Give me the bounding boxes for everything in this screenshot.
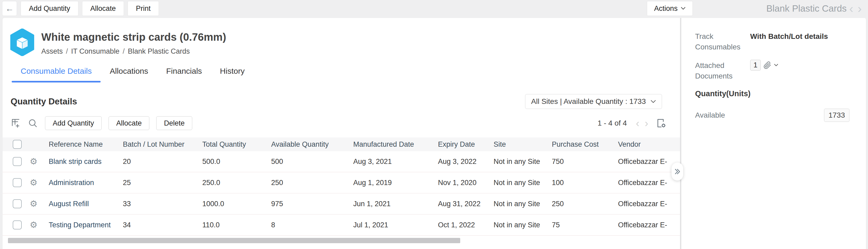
- cell-site: Not in any Site: [490, 221, 549, 229]
- add-quantity-button[interactable]: Add Quantity: [21, 1, 79, 16]
- print-button[interactable]: Print: [128, 1, 159, 16]
- entity-titles: White magnetic strip cards (0.76mm) Asse…: [41, 29, 226, 56]
- allocate-button[interactable]: Allocate: [82, 1, 124, 16]
- select-all-cell: [3, 140, 27, 149]
- back-arrow-icon: ←: [5, 4, 14, 13]
- col-header-manufactured-date[interactable]: Manufactured Date: [350, 140, 435, 148]
- reference-name-link[interactable]: Blank strip cards: [45, 157, 120, 166]
- col-header-available-quantity[interactable]: Available Quantity: [268, 140, 350, 148]
- tab-history[interactable]: History: [211, 63, 254, 82]
- cell-site: Not in any Site: [490, 179, 549, 187]
- list-allocate-button[interactable]: Allocate: [108, 116, 149, 130]
- add-column-button[interactable]: [10, 118, 21, 128]
- cell-expiry-date: Aug 31, 2022: [435, 200, 490, 208]
- table-add-icon: [10, 118, 21, 128]
- cell-manufactured-date: Jun 1, 2021: [350, 200, 435, 208]
- quantity-section-head: Quantity Details All Sites | Available Q…: [10, 94, 680, 109]
- cell-available-quantity: 500: [268, 157, 350, 166]
- cell-total-quantity: 1000.0: [199, 200, 268, 208]
- reference-name-link[interactable]: Administration: [45, 179, 120, 187]
- column-chooser-button[interactable]: [656, 118, 666, 128]
- breadcrumb-item-it-consumable[interactable]: IT Consumable: [71, 47, 120, 55]
- previous-record-icon[interactable]: ‹: [847, 2, 855, 14]
- row-checkbox[interactable]: [13, 157, 22, 166]
- quantity-units-heading: Quantity(Units): [695, 90, 866, 98]
- cell-batch-lot-number: 34: [120, 221, 199, 229]
- attached-documents-count: 1: [750, 60, 761, 71]
- cell-site: Not in any Site: [490, 157, 549, 166]
- back-button[interactable]: ←: [2, 1, 17, 16]
- col-header-purchase-cost[interactable]: Purchase Cost: [549, 140, 615, 148]
- table-row: ⚙August Refill331000.0975Jun 1, 2021Aug …: [3, 193, 680, 215]
- cell-vendor: Officebazzar E-: [615, 200, 680, 208]
- gear-icon[interactable]: ⚙: [30, 199, 38, 209]
- reference-name-link[interactable]: August Refill: [45, 200, 120, 208]
- record-nav: Blank Plastic Cards ‹ ›: [766, 2, 863, 14]
- list-add-quantity-button[interactable]: Add Quantity: [45, 116, 102, 130]
- attached-documents-row: Attached Documents 1: [695, 60, 866, 81]
- pagination-count: 1 - 4 of 4: [598, 119, 627, 128]
- track-consumables-label: Track Consumables: [695, 31, 750, 52]
- search-button[interactable]: [28, 118, 38, 128]
- site-filter-dropdown[interactable]: All Sites | Available Quantity : 1733: [525, 94, 662, 109]
- list-delete-button[interactable]: Delete: [156, 116, 192, 130]
- list-toolbar: Add QuantityAllocateDelete 1 - 4 of 4 ‹ …: [10, 116, 680, 130]
- tab-bar: Consumable DetailsAllocationsFinancialsH…: [12, 63, 680, 82]
- col-header-expiry-date[interactable]: Expiry Date: [435, 140, 490, 148]
- row-checkbox-cell: [3, 178, 27, 187]
- col-header-batch-lot-number[interactable]: Batch / Lot Number: [120, 140, 199, 148]
- next-page-icon[interactable]: ›: [642, 118, 651, 129]
- double-chevron-right-icon: [674, 168, 681, 175]
- content-area: White magnetic strip cards (0.76mm) Asse…: [3, 18, 866, 249]
- breadcrumb-item-assets[interactable]: Assets: [41, 47, 63, 55]
- row-gear-cell: ⚙: [27, 157, 45, 166]
- attached-documents-group: 1: [750, 60, 778, 71]
- record-title: Blank Plastic Cards: [766, 3, 846, 14]
- breadcrumb: Assets/IT Consumable/Blank Plastic Cards: [41, 47, 226, 56]
- previous-page-icon[interactable]: ‹: [633, 118, 642, 129]
- reference-name-link[interactable]: Testing Department: [45, 221, 120, 229]
- table-row: ⚙Testing Department34110.08Jul 1, 2021Oc…: [3, 215, 680, 236]
- cell-total-quantity: 250.0: [199, 179, 268, 187]
- actions-button[interactable]: Actions: [647, 1, 693, 16]
- row-checkbox[interactable]: [13, 178, 22, 187]
- col-header-total-quantity[interactable]: Total Quantity: [199, 140, 268, 148]
- available-label: Available: [695, 110, 750, 120]
- chevron-down-icon[interactable]: [774, 64, 778, 67]
- row-checkbox[interactable]: [13, 199, 22, 208]
- row-checkbox-cell: [3, 157, 27, 166]
- tab-allocations[interactable]: Allocations: [101, 63, 157, 82]
- breadcrumb-item-blank-plastic-cards[interactable]: Blank Plastic Cards: [128, 47, 190, 55]
- chevron-down-icon: [681, 7, 686, 10]
- main-card: White magnetic strip cards (0.76mm) Asse…: [3, 18, 680, 249]
- cell-purchase-cost: 750: [549, 157, 615, 166]
- section-title: Quantity Details: [10, 97, 77, 107]
- column-settings-icon: [656, 118, 666, 128]
- cell-expiry-date: Aug 3, 2022: [435, 157, 490, 166]
- entity-header: White magnetic strip cards (0.76mm) Asse…: [3, 18, 680, 56]
- cell-vendor: Officebazzar E-: [615, 179, 680, 187]
- col-header-vendor[interactable]: Vendor: [615, 140, 680, 148]
- track-consumables-row: Track Consumables With Batch/Lot details: [695, 31, 866, 52]
- select-all-checkbox[interactable]: [13, 140, 22, 149]
- cell-batch-lot-number: 25: [120, 179, 199, 187]
- collapse-panel-button[interactable]: [672, 163, 683, 181]
- cell-purchase-cost: 75: [549, 221, 615, 229]
- row-checkbox[interactable]: [13, 220, 22, 229]
- next-record-icon[interactable]: ›: [856, 2, 863, 14]
- cell-available-quantity: 8: [268, 221, 350, 229]
- scrollbar-thumb[interactable]: [8, 238, 460, 243]
- paperclip-icon[interactable]: [764, 61, 771, 69]
- table-row: ⚙Administration25250.0250Aug 1, 2019Nov …: [3, 172, 680, 193]
- tab-financials[interactable]: Financials: [157, 63, 211, 82]
- gear-icon[interactable]: ⚙: [30, 178, 38, 187]
- tab-consumable-details[interactable]: Consumable Details: [12, 63, 101, 82]
- cell-vendor: Officebazzar E-: [615, 157, 680, 166]
- gear-icon[interactable]: ⚙: [30, 220, 38, 230]
- available-value: 1733: [824, 109, 849, 122]
- gear-icon[interactable]: ⚙: [30, 157, 38, 166]
- row-gear-cell: ⚙: [27, 199, 45, 209]
- col-header-site[interactable]: Site: [490, 140, 549, 148]
- available-row: Available 1733: [695, 109, 866, 122]
- col-header-reference-name[interactable]: Reference Name: [45, 140, 120, 148]
